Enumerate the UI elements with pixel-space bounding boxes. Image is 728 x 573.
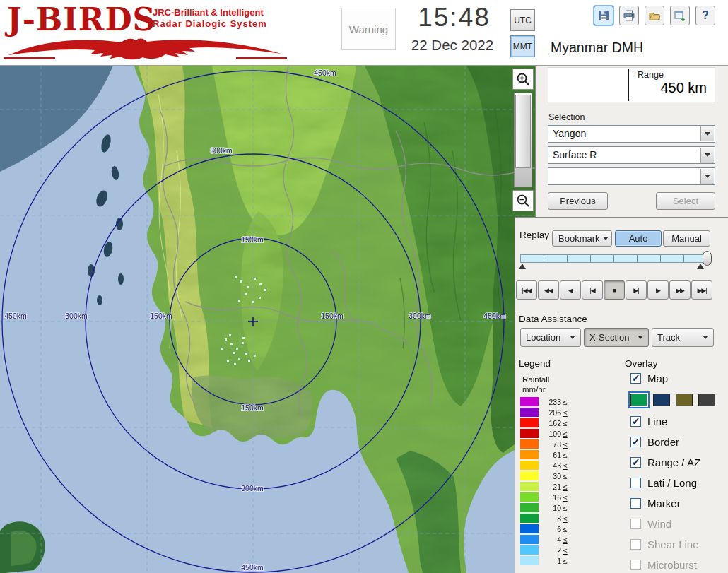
bookmark-label: Bookmark [558, 233, 600, 244]
checkbox-shear-line [630, 539, 641, 550]
map-color-swatch-4[interactable] [698, 394, 715, 406]
option-combo[interactable] [548, 167, 715, 185]
zoom-out-button[interactable] [512, 190, 534, 211]
open-folder-button[interactable] [645, 6, 664, 25]
x-section-label: X-Section [589, 332, 629, 343]
overlay-label: Shear Line [647, 538, 699, 550]
legend-row: 100≤ [520, 428, 568, 439]
legend-row: 10≤ [520, 502, 568, 513]
x-section-button[interactable]: X-Section [584, 328, 649, 347]
overlay-row-map: Map [630, 372, 726, 384]
overlay-label: Wind [647, 518, 671, 530]
range-label: Range [638, 70, 664, 80]
dropdown-button[interactable] [700, 126, 714, 141]
skip-to-end-button[interactable]: ▶▶| [691, 280, 712, 300]
skip-to-start-button[interactable]: |◀◀ [516, 280, 537, 300]
legend-color-swatch [520, 492, 539, 502]
slider-thumb[interactable] [515, 95, 531, 168]
site-combo[interactable]: Yangon [548, 125, 715, 143]
open-folder-icon [648, 9, 661, 22]
map-color-swatch-2[interactable] [653, 394, 670, 406]
dropdown-button[interactable] [700, 148, 714, 163]
legend-row: 6≤ [520, 524, 568, 534]
slider-track[interactable] [520, 254, 710, 263]
chevron-down-icon [705, 175, 710, 178]
legend-color-swatch [520, 471, 539, 480]
logo-title: J-BIRDS [7, 1, 155, 37]
checkbox-line[interactable] [630, 416, 641, 427]
radar-map[interactable]: 450km 300km 150km 450km 300km 150km 150k… [0, 66, 535, 573]
location-button[interactable]: Location [520, 328, 581, 347]
legend-color-swatch [520, 408, 539, 417]
step-back-button[interactable]: |◀ [582, 280, 603, 300]
legend-row: 2≤ [520, 545, 568, 555]
svg-text:300km: 300km [241, 484, 264, 492]
map-color-swatch-3[interactable] [676, 394, 693, 406]
overlay-row-microburst: Microburst [630, 559, 726, 570]
checkbox-border[interactable] [630, 437, 641, 447]
checkbox-marker[interactable] [630, 498, 641, 509]
legend-value: 100 [543, 430, 561, 438]
overlay-row-wind: Wind [630, 518, 726, 529]
legend-value: 6 [543, 525, 561, 533]
help-button[interactable]: ? [695, 6, 715, 25]
map-zoom-slider[interactable] [514, 93, 532, 187]
station-title: Myanmar DMH [551, 40, 643, 56]
svg-text:300km: 300km [409, 312, 431, 320]
mmt-button[interactable]: MMT [510, 35, 535, 57]
legend-scale: 233≤ 206≤ 162≤ 100≤ 78≤ 61≤ 43≤ 30≤ 21≤ … [520, 396, 568, 566]
checkbox-lati-long[interactable] [630, 478, 641, 488]
import-button[interactable] [670, 6, 690, 25]
warning-indicator: Warning [341, 8, 396, 50]
overlay-list: Map Line Border Range / AZ Lati / Long M… [630, 372, 726, 570]
step-forward-button[interactable]: ▶| [626, 280, 647, 300]
legend-row: 43≤ [520, 460, 568, 471]
legend-operator: ≤ [563, 525, 568, 533]
save-button[interactable] [594, 6, 613, 25]
zoom-out-icon [516, 194, 530, 208]
legend-row: 30≤ [520, 471, 568, 481]
location-label: Location [526, 332, 560, 343]
stop-button[interactable]: ■ [604, 280, 625, 300]
map-color-swatch-1[interactable] [630, 394, 647, 406]
legend-operator: ≤ [563, 472, 568, 480]
legend-operator: ≤ [563, 451, 568, 459]
data-assistance-label: Data Assistance [519, 314, 587, 324]
play-button[interactable]: ▶ [647, 280, 669, 300]
overlay-label: Range / AZ [647, 456, 700, 468]
legend-color-swatch [520, 503, 539, 512]
checkbox-map[interactable] [630, 373, 641, 384]
product-combo[interactable]: Surface R [548, 146, 715, 164]
import-icon [674, 9, 686, 22]
checkbox-range-az[interactable] [630, 457, 641, 468]
legend-operator: ≤ [563, 514, 568, 523]
fast-forward-button[interactable]: ▶▶ [669, 280, 691, 300]
clock-time: 15:48 [403, 3, 505, 33]
legend-color-swatch [520, 461, 539, 470]
track-button[interactable]: Track [652, 328, 714, 347]
reverse-play-button[interactable]: ◀ [560, 280, 581, 300]
previous-button[interactable]: Previous [548, 192, 608, 210]
select-button[interactable]: Select [656, 192, 715, 210]
dropdown-button[interactable] [700, 169, 714, 184]
utc-button[interactable]: UTC [510, 9, 535, 31]
fast-rewind-button[interactable]: ◀◀ [538, 280, 559, 300]
zoom-in-button[interactable] [512, 69, 534, 90]
legend-value: 16 [543, 493, 561, 502]
legend-color-swatch [520, 397, 539, 406]
checkbox-microburst [630, 560, 641, 570]
legend-value: 21 [543, 483, 561, 491]
replay-slider[interactable] [520, 250, 710, 268]
legend-operator: ≤ [563, 440, 568, 449]
print-button[interactable] [619, 6, 639, 25]
auto-button[interactable]: Auto [615, 230, 662, 247]
manual-button[interactable]: Manual [663, 230, 710, 247]
bookmark-button[interactable]: Bookmark [552, 230, 612, 247]
legend-value: 30 [543, 472, 561, 480]
legend-row: 206≤ [520, 407, 568, 418]
eagle-logo-icon [4, 37, 287, 61]
legend-operator: ≤ [563, 546, 568, 555]
legend-operator: ≤ [563, 398, 568, 406]
legend-value: 206 [543, 408, 561, 417]
overlay-row-range-az: Range / AZ [630, 456, 726, 468]
